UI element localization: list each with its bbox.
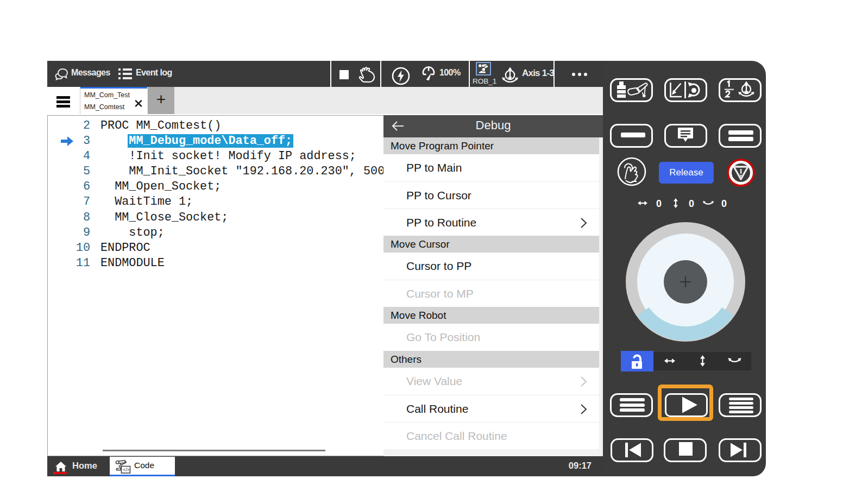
svg-text:</>: </>	[123, 467, 130, 472]
